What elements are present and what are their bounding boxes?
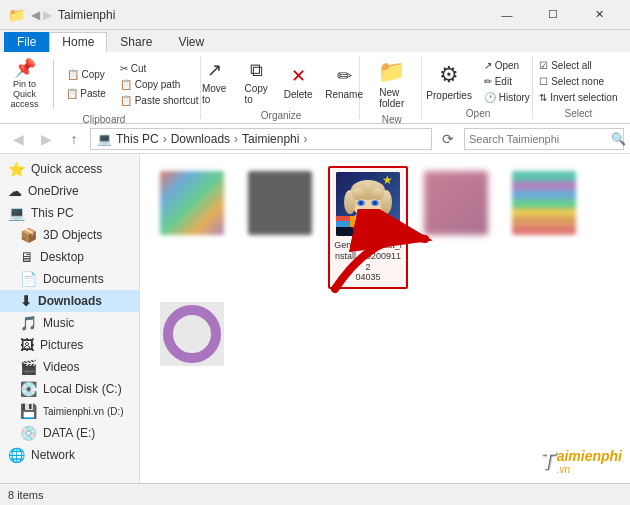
file-item-4[interactable]	[416, 166, 496, 289]
svg-text:miHoYo: miHoYo	[356, 228, 380, 235]
path-taimienphi[interactable]: Taimienphi	[242, 132, 299, 146]
svg-point-12	[359, 201, 363, 205]
title-bar: 📁 ◀ ▶ Taimienphi — ☐ ✕	[0, 0, 630, 30]
watermark-name: aimienphi	[557, 448, 622, 464]
forward-icon: ▶	[43, 8, 52, 22]
sidebar-item-desktop[interactable]: 🖥 Desktop	[0, 246, 139, 268]
close-button[interactable]: ✕	[576, 0, 622, 30]
disk-c-icon: 💽	[20, 381, 37, 397]
maximize-button[interactable]: ☐	[530, 0, 576, 30]
sidebar-item-videos[interactable]: 🎬 Videos	[0, 356, 139, 378]
item-count: 8 items	[8, 489, 43, 501]
file-item-6[interactable]	[152, 297, 232, 375]
back-button[interactable]: ◀	[6, 127, 30, 151]
svg-text:★: ★	[382, 173, 393, 187]
paste-button[interactable]: 📋 Paste	[61, 85, 111, 102]
svg-point-8	[352, 188, 364, 200]
svg-rect-18	[336, 221, 350, 227]
copy-to-icon: ⧉	[250, 60, 263, 81]
move-icon: ↗	[207, 59, 222, 81]
tab-share[interactable]: Share	[107, 32, 165, 52]
sidebar-item-3d-objects[interactable]: 📦 3D Objects	[0, 224, 139, 246]
clipboard-small-group: ✂ Cut 📋 Copy path 📋 Paste shortcut	[115, 61, 204, 108]
main-area: ⭐ Quick access ☁ OneDrive 💻 This PC 📦 3D…	[0, 154, 630, 483]
file-thumb-6	[160, 302, 224, 366]
videos-icon: 🎬	[20, 359, 37, 375]
ribbon-group-new: 📁 Newfolder New	[362, 56, 422, 119]
watermark: T aimienphi .vn	[540, 447, 622, 475]
file-thumb-2	[248, 171, 312, 235]
disk-d-icon: 💾	[20, 403, 37, 419]
sidebar-item-taimienphi-d[interactable]: 💾 Taimienphi.vn (D:)	[0, 400, 139, 422]
refresh-button[interactable]: ⟳	[436, 127, 460, 151]
downloads-icon: ⬇	[20, 293, 32, 309]
tab-view[interactable]: View	[165, 32, 217, 52]
svg-point-9	[372, 188, 384, 200]
organize-label: Organize	[261, 108, 302, 121]
open-button[interactable]: ↗ Open	[479, 58, 535, 73]
disk-e-icon: 💿	[20, 425, 37, 441]
copy-to-button[interactable]: ⧉ Copyto	[236, 57, 276, 108]
search-box: 🔍	[464, 128, 624, 150]
sidebar-item-music[interactable]: 🎵 Music	[0, 312, 139, 334]
window-controls: — ☐ ✕	[484, 0, 622, 30]
history-button[interactable]: 🕐 History	[479, 90, 535, 105]
tab-file[interactable]: File	[4, 32, 49, 52]
genshin-icon: ★ miHoYo	[336, 172, 400, 236]
ring-svg	[160, 302, 224, 366]
file-item-1[interactable]	[152, 166, 232, 289]
cut-button[interactable]: ✂ Cut	[115, 61, 204, 76]
sidebar-item-documents[interactable]: 📄 Documents	[0, 268, 139, 290]
file-item-5[interactable]	[504, 166, 584, 289]
music-icon: 🎵	[20, 315, 37, 331]
clipboard-buttons: 📌 Pin to Quickaccess 📋 Copy 📋 Paste ✂ Cu…	[4, 56, 203, 112]
clipboard-label: Clipboard	[83, 112, 126, 125]
sidebar-item-quick-access[interactable]: ⭐ Quick access	[0, 158, 139, 180]
file-item-genshin[interactable]: ★ miHoYo GenshinImpact_install_202009112…	[328, 166, 408, 289]
address-path[interactable]: 💻 This PC › Downloads › Taimienphi ›	[90, 128, 432, 150]
minimize-button[interactable]: —	[484, 0, 530, 30]
watermark-t: T	[540, 447, 555, 475]
pin-to-quick-access-button[interactable]: 📌 Pin to Quickaccess	[4, 56, 44, 112]
up-button[interactable]: ↑	[62, 127, 86, 151]
move-to-button[interactable]: ↗ Moveto	[194, 56, 234, 108]
sidebar-item-data-e[interactable]: 💿 DATA (E:)	[0, 422, 139, 444]
pictures-icon: 🖼	[20, 337, 34, 353]
svg-rect-17	[336, 216, 350, 221]
sidebar: ⭐ Quick access ☁ OneDrive 💻 This PC 📦 3D…	[0, 154, 140, 483]
path-downloads[interactable]: Downloads	[171, 132, 230, 146]
search-input[interactable]	[469, 133, 607, 145]
delete-button[interactable]: ✕ Delete	[278, 62, 318, 103]
select-none-button[interactable]: ☐ Select none	[534, 74, 622, 89]
file-name-genshin: GenshinImpact_install_20200911204035	[334, 240, 402, 283]
sidebar-item-this-pc[interactable]: 💻 This PC	[0, 202, 139, 224]
select-all-button[interactable]: ☑ Select all	[534, 58, 622, 73]
new-folder-button[interactable]: 📁 Newfolder	[372, 56, 412, 112]
sidebar-item-downloads[interactable]: ⬇ Downloads	[0, 290, 139, 312]
select-label: Select	[565, 106, 593, 119]
edit-button[interactable]: ✏ Edit	[479, 74, 535, 89]
file-thumb-5	[512, 171, 576, 235]
svg-point-13	[373, 201, 377, 205]
copy-button[interactable]: 📋 Copy	[61, 66, 111, 83]
address-bar: ◀ ▶ ↑ 💻 This PC › Downloads › Taimienphi…	[0, 124, 630, 154]
path-this-pc[interactable]: This PC	[116, 132, 159, 146]
forward-button[interactable]: ▶	[34, 127, 58, 151]
sidebar-item-onedrive[interactable]: ☁ OneDrive	[0, 180, 139, 202]
search-icon: 🔍	[611, 132, 626, 146]
file-area: ★ miHoYo GenshinImpact_install_202009112…	[140, 154, 630, 483]
sidebar-item-local-disk-c[interactable]: 💽 Local Disk (C:)	[0, 378, 139, 400]
ribbon-group-open: ⚙ Properties ↗ Open ✏ Edit 🕐 History Ope…	[424, 56, 533, 119]
tab-home[interactable]: Home	[49, 32, 107, 52]
documents-icon: 📄	[20, 271, 37, 287]
paste-shortcut-button[interactable]: 📋 Paste shortcut	[115, 93, 204, 108]
sidebar-item-network[interactable]: 🌐 Network	[0, 444, 139, 466]
sidebar-item-pictures[interactable]: 🖼 Pictures	[0, 334, 139, 356]
rename-button[interactable]: ✏ Rename	[320, 62, 368, 103]
open-small-group: ↗ Open ✏ Edit 🕐 History	[479, 58, 535, 105]
file-item-2[interactable]	[240, 166, 320, 289]
invert-selection-button[interactable]: ⇅ Invert selection	[534, 90, 622, 105]
this-pc-icon: 💻	[8, 205, 25, 221]
copy-path-button[interactable]: 📋 Copy path	[115, 77, 204, 92]
properties-button[interactable]: ⚙ Properties	[421, 59, 477, 104]
